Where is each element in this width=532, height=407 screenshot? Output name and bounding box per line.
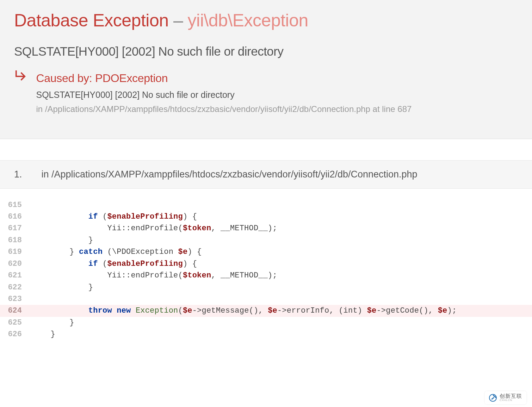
code-line: 619 } catch (\PDOException $e) { xyxy=(0,246,532,258)
line-number: 625 xyxy=(0,317,32,328)
code-line: 625 } xyxy=(0,317,532,328)
line-number: 626 xyxy=(0,328,32,340)
code-text: if ($enableProfiling) { xyxy=(32,258,197,270)
stack-frame-header[interactable]: 1. in /Applications/XAMPP/xamppfiles/htd… xyxy=(0,160,532,189)
code-text: } xyxy=(32,328,55,340)
code-text: } xyxy=(32,282,93,293)
code-line: 617 Yii::endProfile($token, __METHOD__); xyxy=(0,223,532,234)
stack-frame-path: /Applications/XAMPP/xamppfiles/htdocs/zx… xyxy=(51,169,417,180)
code-line: 616 if ($enableProfiling) { xyxy=(0,211,532,223)
line-number: 620 xyxy=(0,258,32,270)
spacer xyxy=(0,139,532,160)
exception-header: Database Exception – yii\db\Exception SQ… xyxy=(0,0,532,139)
code-text: } xyxy=(32,234,93,246)
line-number: 619 xyxy=(0,246,32,258)
code-text: if ($enableProfiling) { xyxy=(32,211,197,223)
exception-name: Database Exception xyxy=(14,11,169,30)
caused-by-title[interactable]: Caused by: PDOException xyxy=(36,72,412,85)
code-line: 618 } xyxy=(0,234,532,246)
code-block: 615 616 if ($enableProfiling) {617 Yii::… xyxy=(0,189,532,340)
stack-frame-in-label: in xyxy=(42,169,52,180)
code-text xyxy=(32,293,36,305)
line-number: 624 xyxy=(0,305,32,317)
code-line: 622 } xyxy=(0,282,532,293)
caused-by-arrow-icon xyxy=(14,70,35,83)
line-number: 615 xyxy=(0,199,32,211)
stack-frame[interactable]: 1. in /Applications/XAMPP/xamppfiles/htd… xyxy=(0,160,532,340)
code-line: 624 throw new Exception($e->getMessage()… xyxy=(0,305,532,317)
caused-by-location: in /Applications/XAMPP/xamppfiles/htdocs… xyxy=(36,104,412,114)
line-number: 621 xyxy=(0,270,32,281)
line-number: 623 xyxy=(0,293,32,305)
code-line: 621 Yii::endProfile($token, __METHOD__); xyxy=(0,270,532,281)
code-line: 615 xyxy=(0,199,532,211)
code-text xyxy=(32,199,36,211)
code-text: Yii::endProfile($token, __METHOD__); xyxy=(32,223,277,234)
code-line: 626 } xyxy=(0,328,532,340)
code-text: } xyxy=(32,317,74,328)
code-text: Yii::endProfile($token, __METHOD__); xyxy=(32,270,277,281)
code-line: 620 if ($enableProfiling) { xyxy=(0,258,532,270)
exception-class-link[interactable]: yii\db\Exception xyxy=(188,11,308,30)
caused-by-block: Caused by: PDOException SQLSTATE[HY000] … xyxy=(14,72,518,114)
line-number: 618 xyxy=(0,234,32,246)
stack-frame-index: 1. xyxy=(14,169,39,180)
exception-title: Database Exception – yii\db\Exception xyxy=(14,11,518,31)
line-number: 616 xyxy=(0,211,32,223)
code-text: } catch (\PDOException $e) { xyxy=(32,246,202,258)
line-number: 622 xyxy=(0,282,32,293)
code-text: throw new Exception($e->getMessage(), $e… xyxy=(32,305,457,317)
caused-by-message: SQLSTATE[HY000] [2002] No such file or d… xyxy=(36,90,412,100)
exception-separator: – xyxy=(169,11,188,30)
code-line: 623 xyxy=(0,293,532,305)
line-number: 617 xyxy=(0,223,32,234)
exception-message: SQLSTATE[HY000] [2002] No such file or d… xyxy=(14,44,518,58)
